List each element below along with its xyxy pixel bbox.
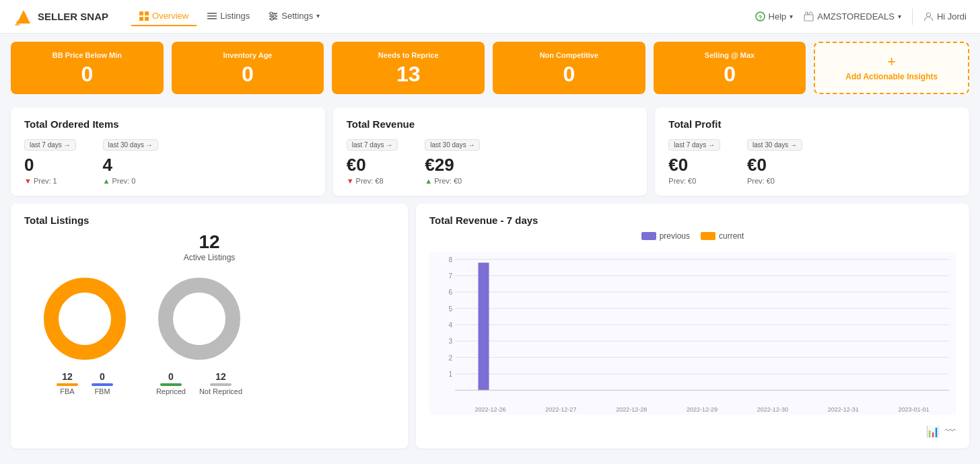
revenue-30days-period-label: last 30 days → [430, 141, 475, 149]
total-listings-title: Total Listings [24, 215, 394, 226]
repriced-labels: 0 Repriced 12 Not Repriced [156, 371, 242, 395]
svg-text:2023-01-01: 2023-01-01 [898, 406, 929, 413]
active-listings-count: 12 [24, 231, 394, 253]
repriced-donut-wrap: 0 Repriced 12 Not Repriced [152, 272, 246, 395]
fba-color-bar [57, 383, 78, 386]
user-icon [923, 11, 934, 22]
profit-30days-period-label: last 30 days → [753, 141, 797, 149]
nav-overview[interactable]: Overview [131, 7, 197, 26]
svg-marker-0 [17, 10, 30, 24]
fba-value: 12 [62, 371, 73, 382]
card-selling-max-label: Selling @ Max [705, 51, 755, 59]
logo-icon [13, 7, 34, 27]
nav-settings[interactable]: Settings ▾ [260, 7, 328, 26]
repriced-name: Repriced [156, 387, 186, 395]
card-non-competitive[interactable]: Non Competitive 0 [493, 42, 645, 94]
svg-point-22 [166, 285, 233, 352]
legend-current-label: current [719, 231, 744, 241]
repriced-color-bar [160, 383, 182, 386]
active-listings-count-area: 12 Active Listings [24, 231, 394, 262]
card-needs-reprice-value: 13 [396, 63, 421, 85]
ordered-30days-value: 4 [103, 155, 158, 176]
ordered-30days-period[interactable]: last 30 days → [103, 139, 158, 151]
store-dropdown-arrow: ▾ [898, 13, 901, 20]
revenue-30days-period[interactable]: last 30 days → [425, 139, 480, 151]
fba-fbm-labels: 12 FBA 0 FBM [57, 371, 113, 395]
card-needs-reprice[interactable]: Needs to Reprice 13 [332, 42, 485, 94]
help-button[interactable]: ? Help ▾ [755, 11, 794, 22]
card-non-competitive-label: Non Competitive [540, 51, 598, 59]
card-bb-price[interactable]: BB Price Below Min 0 [11, 42, 164, 94]
profit-30days-period[interactable]: last 30 days → [747, 139, 802, 151]
svg-text:3: 3 [449, 338, 453, 345]
svg-point-18 [926, 13, 930, 17]
svg-text:2022-12-29: 2022-12-29 [687, 406, 718, 413]
add-insights-label: Add Actionable Insights [845, 72, 938, 81]
profit-7days-period[interactable]: last 7 days → [668, 139, 720, 151]
svg-rect-8 [207, 18, 217, 20]
card-inventory-age[interactable]: Inventory Age 0 [172, 42, 324, 94]
ordered-30days-prev-label: Prev: 0 [112, 177, 135, 185]
revenue-7days-period[interactable]: last 7 days → [347, 139, 398, 151]
total-profit-card: Total Profit last 7 days → €0 Prev: €0 l… [655, 108, 969, 196]
nav-listings[interactable]: Listings [199, 7, 258, 26]
profit-30days-prev: Prev: €0 [747, 177, 802, 185]
svg-text:1: 1 [449, 371, 453, 378]
store-selector[interactable]: AMZSTOREDEALS ▾ [804, 11, 901, 22]
legend-current-dot [701, 232, 715, 240]
profit-30days-prev-label: Prev: €0 [747, 177, 775, 185]
profit-7days-prev-label: Prev: €0 [668, 177, 696, 185]
fbm-label: 0 FBM [92, 371, 113, 395]
revenue-7days: last 7 days → €0 ▼ Prev: €8 [347, 139, 398, 185]
revenue-30days-prev: ▲ Prev: €0 [425, 177, 480, 185]
top-cards: BB Price Below Min 0 Inventory Age 0 Nee… [0, 34, 980, 102]
svg-text:2022-12-31: 2022-12-31 [828, 406, 859, 413]
svg-text:2022-12-28: 2022-12-28 [616, 406, 647, 413]
not-repriced-color-bar [210, 383, 232, 386]
svg-point-14 [271, 17, 273, 20]
ordered-7days-period[interactable]: last 7 days → [24, 139, 76, 151]
profit-7days-value: €0 [668, 155, 720, 176]
ordered-30days: last 30 days → 4 ▲ Prev: 0 [103, 139, 158, 185]
ordered-30days-prev: ▲ Prev: 0 [103, 177, 158, 185]
card-selling-max[interactable]: Selling @ Max 0 [654, 42, 806, 94]
total-ordered-inner: last 7 days → 0 ▼ Prev: 1 last 30 days →… [24, 139, 312, 185]
chart-area: 123456782022-12-262022-12-272022-12-2820… [429, 246, 956, 421]
total-ordered-title: Total Ordered Items [24, 118, 312, 130]
help-icon: ? [755, 11, 765, 22]
revenue-30days-value: €29 [425, 155, 480, 176]
ordered-7days-trend-icon: ▼ [24, 177, 32, 185]
repriced-value: 0 [168, 371, 174, 382]
revenue-30days-trend-icon: ▲ [425, 177, 432, 185]
ordered-30days-trend-icon: ▲ [103, 177, 110, 185]
profit-30days-value: €0 [747, 155, 802, 176]
ordered-7days-value: 0 [24, 155, 76, 176]
main-content: Total Ordered Items last 7 days → 0 ▼ Pr… [0, 102, 980, 454]
nav-overview-label: Overview [152, 11, 188, 21]
svg-rect-4 [139, 17, 143, 21]
ordered-7days-prev-label: Prev: 1 [34, 177, 57, 185]
nav-settings-label: Settings [281, 11, 313, 21]
svg-text:8: 8 [449, 256, 453, 264]
svg-rect-17 [804, 15, 813, 21]
svg-rect-2 [139, 11, 143, 15]
card-needs-reprice-label: Needs to Reprice [378, 51, 439, 59]
revenue-7days-period-label: last 7 days → [352, 141, 393, 149]
svg-rect-6 [207, 13, 217, 14]
sliders-icon [269, 11, 278, 21]
revenue-7days-prev: ▼ Prev: €8 [347, 177, 398, 185]
ordered-7days-period-label: last 7 days → [30, 141, 71, 149]
chart-bar-icon[interactable]: 📊 [926, 425, 940, 438]
bottom-row: Total Listings 12 Active Listings [11, 204, 969, 449]
svg-rect-7 [207, 15, 217, 17]
total-profit-inner: last 7 days → €0 Prev: €0 last 30 days →… [668, 139, 956, 185]
card-add-insights[interactable]: + Add Actionable Insights [814, 42, 969, 94]
user-menu[interactable]: Hi Jordi [923, 11, 967, 22]
profit-7days-prev: Prev: €0 [668, 177, 720, 185]
help-label: Help [769, 11, 787, 22]
profit-7days-period-label: last 7 days → [674, 141, 715, 149]
total-profit-title: Total Profit [668, 118, 956, 130]
chart-line-icon[interactable]: 〰 [945, 425, 956, 438]
settings-dropdown-arrow: ▾ [316, 12, 320, 20]
revenue-7days-value: €0 [347, 155, 398, 176]
